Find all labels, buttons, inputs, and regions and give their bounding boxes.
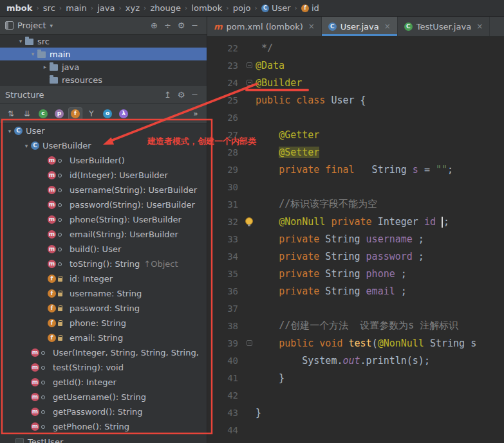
line-number[interactable]: 44 bbox=[207, 425, 245, 435]
code-text[interactable]: } bbox=[256, 407, 261, 419]
line-number[interactable]: 42 bbox=[207, 390, 245, 401]
line-number[interactable]: 36 bbox=[207, 286, 245, 296]
code-text[interactable]: public void test(@NonNull String s bbox=[256, 338, 476, 349]
structure-row[interactable]: mtest(String): void bbox=[0, 360, 207, 375]
show-lambdas-toggle-icon[interactable]: λ bbox=[117, 107, 131, 120]
line-number[interactable]: 28 bbox=[207, 147, 245, 158]
locate-button-icon[interactable]: ⊕ bbox=[147, 21, 161, 30]
line-number[interactable]: 37 bbox=[207, 303, 245, 314]
code-text[interactable]: } bbox=[256, 372, 285, 384]
breadcrumb-item[interactable]: fid bbox=[299, 3, 322, 14]
fold-marker-icon[interactable] bbox=[247, 62, 252, 68]
intention-bulb-icon[interactable] bbox=[245, 217, 253, 225]
line-number[interactable]: 22 bbox=[207, 43, 245, 53]
show-properties-toggle-icon[interactable]: p bbox=[52, 107, 66, 120]
breadcrumb-item[interactable]: xyz bbox=[123, 3, 142, 14]
line-number[interactable]: 25 bbox=[207, 95, 245, 105]
scroll-to-source-button-icon[interactable]: ↥ bbox=[161, 90, 174, 100]
line-number[interactable]: 34 bbox=[207, 251, 245, 262]
code-text[interactable]: System.out.println(s); bbox=[256, 355, 430, 366]
line-number[interactable]: 35 bbox=[207, 269, 245, 279]
hide-panel-button-icon[interactable]: ─ bbox=[188, 21, 201, 30]
structure-row[interactable]: ▾CUserBuilder bbox=[0, 138, 207, 153]
settings-button-icon[interactable]: ⚙ bbox=[174, 21, 188, 30]
code-text[interactable]: @Data bbox=[256, 60, 285, 71]
breadcrumb-item[interactable]: main bbox=[63, 3, 89, 14]
chevron-down-icon[interactable]: ▾ bbox=[5, 128, 14, 134]
line-number[interactable]: 24 bbox=[207, 78, 245, 88]
structure-row[interactable]: mgetUsername(): String bbox=[0, 390, 207, 404]
line-number[interactable]: 38 bbox=[207, 321, 245, 331]
breadcrumb-item[interactable]: CUser bbox=[259, 3, 294, 14]
structure-row[interactable]: memail(String): UserBuilder bbox=[0, 227, 207, 242]
chevron-down-icon[interactable]: ▾ bbox=[16, 38, 25, 44]
tab-user-java[interactable]: CUser.java× bbox=[322, 17, 398, 36]
breadcrumb-item[interactable]: pojo bbox=[230, 3, 254, 14]
tab-close-icon[interactable]: × bbox=[384, 22, 391, 31]
code-text[interactable]: private String username ; bbox=[256, 233, 424, 245]
sort-visibility-button-icon[interactable]: ⇊ bbox=[20, 107, 34, 120]
settings-button-icon[interactable]: ⚙ bbox=[174, 90, 188, 100]
structure-row[interactable]: mgetId(): Integer bbox=[0, 375, 207, 390]
structure-row[interactable]: mbuild(): User bbox=[0, 242, 207, 257]
line-number[interactable]: 30 bbox=[207, 182, 245, 192]
filter-toggle-icon[interactable]: Y bbox=[84, 107, 98, 120]
chevron-right-icon[interactable]: ▸ bbox=[41, 64, 50, 70]
structure-row[interactable]: ▾CUser bbox=[0, 123, 207, 138]
code-lines[interactable]: 22 */23@Data24@Builder25public class Use… bbox=[207, 37, 504, 443]
code-text[interactable]: //标识该字段不能为空 bbox=[256, 198, 377, 210]
code-text[interactable]: private String email ; bbox=[256, 285, 407, 297]
chevron-down-icon[interactable]: ▾ bbox=[28, 51, 37, 57]
structure-row[interactable]: fpassword: String bbox=[0, 301, 207, 316]
code-text[interactable]: */ bbox=[256, 42, 273, 54]
structure-row[interactable]: mgetPhone(): String bbox=[0, 419, 207, 434]
structure-row[interactable]: fusername: String bbox=[0, 286, 207, 301]
chevron-down-icon[interactable]: ▾ bbox=[22, 143, 31, 149]
structure-row[interactable]: musername(String): UserBuilder bbox=[0, 183, 207, 197]
project-row-java[interactable]: ▸java bbox=[0, 60, 207, 73]
show-fields-toggle-icon[interactable]: f bbox=[68, 107, 82, 120]
fold-marker-icon[interactable] bbox=[247, 340, 252, 346]
line-number[interactable]: 31 bbox=[207, 199, 245, 210]
project-row-src[interactable]: ▾src bbox=[0, 35, 207, 48]
breadcrumb-item[interactable]: mbok bbox=[4, 3, 35, 14]
structure-row[interactable]: mid(Integer): UserBuilder bbox=[0, 168, 207, 183]
code-text[interactable]: private String phone ; bbox=[256, 268, 407, 280]
structure-row[interactable]: fid: Integer bbox=[0, 271, 207, 286]
more-actions-button-icon[interactable]: » bbox=[189, 107, 203, 120]
partial-bottom-row[interactable]: TestUser bbox=[0, 435, 207, 443]
code-text[interactable]: @NonNull private Integer id ; bbox=[256, 216, 449, 228]
line-number[interactable]: 32 bbox=[207, 217, 245, 227]
line-number[interactable]: 41 bbox=[207, 373, 245, 383]
line-number[interactable]: 26 bbox=[207, 113, 245, 123]
structure-row[interactable]: fphone: String bbox=[0, 316, 207, 330]
tab-testuser-java[interactable]: CTestUser.java× bbox=[398, 17, 490, 36]
project-row-main[interactable]: ▾main bbox=[0, 48, 207, 60]
line-number[interactable]: 27 bbox=[207, 130, 245, 140]
breadcrumb-item[interactable]: java bbox=[95, 3, 117, 14]
sort-alpha-button-icon[interactable]: ⇅ bbox=[4, 107, 18, 120]
code-text[interactable]: //创建一个方法 设置参数为s 注解标识 bbox=[256, 320, 458, 332]
fold-marker-icon[interactable] bbox=[247, 80, 252, 86]
project-row-resources[interactable]: resources bbox=[0, 73, 207, 86]
structure-row[interactable]: mgetPassword(): String bbox=[0, 404, 207, 419]
structure-row[interactable]: mtoString(): String↑Object bbox=[0, 257, 207, 271]
show-objects-toggle-icon[interactable]: o bbox=[100, 107, 115, 120]
line-number[interactable]: 39 bbox=[207, 338, 245, 348]
line-number[interactable]: 33 bbox=[207, 234, 245, 244]
line-number[interactable]: 23 bbox=[207, 60, 245, 71]
code-text[interactable]: private final String s = ""; bbox=[256, 164, 453, 176]
line-number[interactable]: 43 bbox=[207, 408, 245, 418]
structure-row[interactable]: mpassword(String): UserBuilder bbox=[0, 197, 207, 212]
hide-panel-button-icon[interactable]: ─ bbox=[188, 90, 201, 100]
breadcrumb-item[interactable]: src bbox=[41, 3, 58, 14]
code-text[interactable]: @Setter bbox=[256, 147, 319, 158]
code-text[interactable]: @Builder bbox=[256, 77, 302, 89]
tab-close-icon[interactable]: × bbox=[308, 22, 315, 31]
breadcrumb-item[interactable]: lombok bbox=[189, 3, 225, 14]
structure-row[interactable]: mUserBuilder() bbox=[0, 153, 207, 168]
tab-pom-xml-lombok-[interactable]: mpom.xml (lombok)× bbox=[207, 17, 322, 36]
show-classes-toggle-icon[interactable]: c bbox=[36, 107, 50, 120]
structure-row[interactable]: mUser(Integer, String, String, String, bbox=[0, 345, 207, 360]
structure-row[interactable]: femail: String bbox=[0, 330, 207, 345]
